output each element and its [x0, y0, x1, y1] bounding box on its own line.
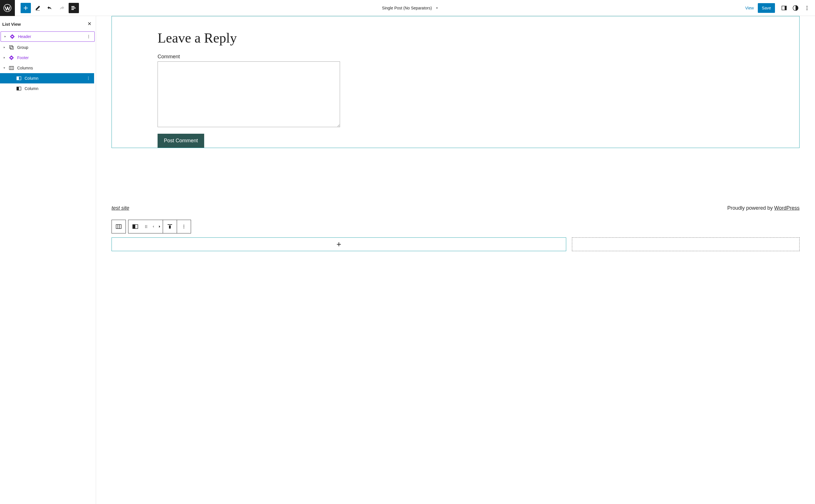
add-block-button[interactable] [21, 3, 31, 13]
svg-point-32 [146, 226, 147, 227]
editor-main: List View Header Group Footer Columns [0, 16, 815, 504]
column-1-appender[interactable] [111, 237, 566, 251]
reply-heading: Leave a Reply [157, 30, 754, 46]
powered-by-text: Proudly powered by WordPress [727, 205, 800, 211]
svg-rect-28 [133, 225, 135, 229]
svg-point-39 [183, 228, 184, 229]
styles-button[interactable] [790, 3, 801, 13]
chevron-left-icon [151, 224, 155, 229]
block-type-button[interactable] [128, 220, 142, 233]
toolbar-left-group [15, 3, 79, 13]
options-button[interactable] [802, 3, 812, 13]
select-parent-button[interactable] [112, 220, 125, 233]
svg-point-37 [183, 225, 184, 226]
wordpress-link[interactable]: WordPress [774, 205, 800, 211]
chevron-right-icon [3, 46, 6, 49]
svg-rect-14 [9, 66, 14, 70]
svg-point-29 [145, 225, 146, 226]
svg-point-34 [146, 227, 147, 228]
sidebar-icon [781, 5, 788, 11]
more-vertical-icon [181, 224, 187, 229]
drag-handle[interactable] [142, 220, 150, 233]
expand-toggle[interactable] [2, 56, 6, 59]
svg-rect-18 [17, 77, 19, 80]
column-block-icon [15, 75, 22, 82]
edit-tools-button[interactable] [33, 3, 43, 13]
tree-item-header[interactable]: Header [1, 31, 95, 42]
comment-textarea[interactable] [157, 61, 340, 127]
close-list-view-button[interactable] [85, 20, 93, 28]
columns-block-icon [8, 65, 15, 71]
block-options-button[interactable] [177, 220, 191, 233]
svg-point-33 [145, 227, 146, 228]
settings-sidebar-toggle[interactable] [779, 3, 789, 13]
toolbar-group-block [128, 220, 191, 233]
align-button[interactable] [163, 220, 177, 233]
column-icon [132, 223, 139, 230]
tree-item-columns[interactable]: Columns [0, 63, 96, 73]
column-2-placeholder[interactable] [572, 237, 800, 251]
tree-item-group[interactable]: Group [0, 42, 96, 53]
block-toolbar [111, 220, 191, 233]
svg-rect-7 [11, 36, 13, 37]
close-icon [87, 21, 92, 27]
tree-item-footer[interactable]: Footer [0, 53, 96, 63]
site-title-link[interactable]: test site [111, 205, 129, 211]
svg-rect-23 [17, 87, 19, 90]
drag-icon [143, 224, 149, 229]
footer-block-icon [8, 54, 15, 61]
document-title[interactable]: Single Post (No Separators) [79, 6, 742, 10]
expand-toggle[interactable] [2, 46, 6, 49]
expand-toggle[interactable] [3, 35, 7, 38]
post-comment-button[interactable]: Post Comment [157, 134, 204, 148]
svg-rect-11 [9, 45, 12, 48]
chevron-down-icon [435, 6, 439, 10]
list-view-title: List View [2, 22, 21, 27]
tree-item-options[interactable] [85, 34, 92, 39]
tree-label: Column [25, 76, 85, 81]
view-link[interactable]: View [742, 6, 757, 10]
columns-icon [115, 223, 122, 230]
columns-block[interactable] [111, 237, 800, 251]
chevron-right-icon [3, 35, 7, 38]
redo-button [57, 3, 67, 13]
redo-icon [58, 5, 65, 11]
svg-point-10 [88, 37, 89, 38]
svg-point-6 [806, 9, 807, 10]
svg-point-30 [146, 225, 147, 226]
svg-rect-24 [116, 225, 121, 229]
tree-item-options[interactable] [85, 76, 92, 81]
save-button[interactable]: Save [758, 3, 775, 13]
list-view-icon [70, 5, 77, 11]
align-top-icon [166, 223, 173, 230]
svg-rect-12 [11, 47, 13, 49]
svg-point-38 [183, 226, 184, 227]
more-vertical-icon [86, 76, 91, 81]
more-vertical-icon [86, 34, 91, 39]
list-view-toggle-button[interactable] [69, 3, 79, 13]
styles-icon [792, 5, 799, 11]
svg-point-19 [88, 77, 89, 77]
tree-label: Footer [17, 55, 93, 60]
toolbar-right-group: View Save [742, 3, 815, 13]
move-left-button [150, 220, 156, 233]
undo-button[interactable] [45, 3, 55, 13]
svg-point-9 [88, 36, 89, 37]
svg-point-5 [806, 7, 807, 8]
tree-item-column-1[interactable]: Column [0, 73, 94, 83]
wp-logo[interactable] [0, 0, 15, 16]
header-block-icon [9, 33, 16, 40]
editor-top-bar: Single Post (No Separators) View Save [0, 0, 815, 16]
site-footer-row: test site Proudly powered by WordPress [111, 205, 800, 211]
svg-rect-13 [11, 57, 12, 58]
tree-label: Group [17, 45, 93, 50]
plus-icon [22, 5, 29, 11]
svg-point-8 [88, 35, 89, 35]
svg-point-20 [88, 78, 89, 79]
tree-item-column-2[interactable]: Column [0, 83, 96, 94]
comments-form-block[interactable]: Leave a Reply Comment Post Comment [111, 16, 800, 148]
editor-canvas[interactable]: Leave a Reply Comment Post Comment test … [96, 16, 815, 504]
move-right-button[interactable] [156, 220, 163, 233]
expand-toggle[interactable] [2, 66, 6, 70]
column-block-icon [15, 85, 22, 92]
